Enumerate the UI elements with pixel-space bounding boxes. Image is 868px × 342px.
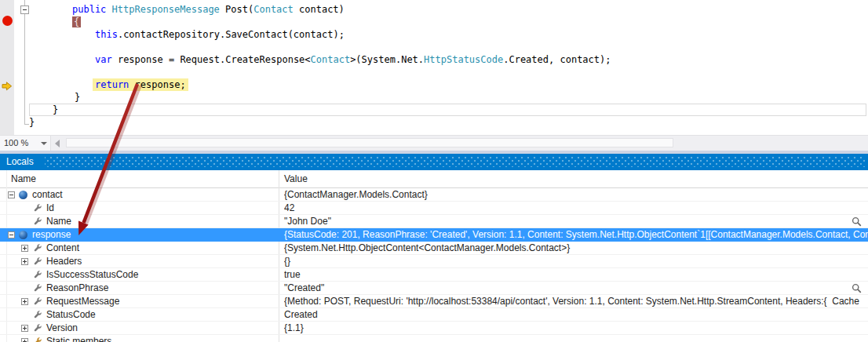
expander-minus-icon[interactable] (8, 191, 15, 198)
row-value[interactable]: Created (284, 308, 868, 321)
wrench-icon (34, 244, 42, 253)
locals-row-issuccessstatuscode[interactable]: IsSuccessStatusCodetrue (0, 268, 868, 282)
editor-bottom-bar: 100 % (0, 135, 868, 151)
code-token: } (75, 92, 80, 103)
code-token: >(System.Net. (350, 54, 424, 65)
object-icon (19, 231, 27, 239)
code-line: this.contactRepository.SaveContact(conta… (95, 28, 345, 41)
current-line-box (29, 104, 866, 116)
code-token: Post( (220, 4, 253, 15)
row-value[interactable]: {System.Net.Http.ObjectContent<ContactMa… (284, 242, 868, 254)
scroll-left-button[interactable] (55, 140, 60, 147)
column-header-name: Name (11, 170, 36, 187)
wrench-icon (34, 204, 42, 213)
grid-header: Name Value (0, 170, 868, 188)
wrench-icon (34, 284, 42, 293)
hscrollbar-thumb[interactable] (66, 138, 673, 147)
wrench-icon (34, 271, 42, 279)
code-token: var (95, 54, 112, 65)
wrench-icon (34, 217, 42, 226)
code-line: public HttpResponseMessage Post(Contact … (72, 3, 345, 16)
row-value[interactable]: {} (284, 255, 868, 267)
locals-title: Locals (6, 154, 34, 170)
row-name: RequestMessage (46, 295, 119, 307)
row-name: response (32, 228, 71, 241)
breakpoint-icon[interactable] (2, 16, 13, 26)
locals-row-requestmessage[interactable]: RequestMessage{Method: POST, RequestUri:… (0, 295, 868, 308)
static-icon (34, 337, 42, 342)
locals-row-version[interactable]: Version{1.1} (0, 322, 868, 335)
locals-rows: contact{ContactManager.Models.Contact}Id… (0, 188, 868, 342)
code-line: } (53, 104, 58, 116)
row-name: StatusCode (46, 308, 96, 321)
row-name: Headers (46, 255, 82, 267)
row-name: contact (32, 188, 63, 201)
wrench-icon (34, 324, 42, 333)
zoom-value: 100 % (4, 136, 28, 151)
row-value[interactable]: true (284, 268, 868, 281)
wrench-icon (34, 257, 42, 266)
row-value[interactable]: 42 (284, 202, 868, 214)
titlebar-grip-dots (45, 157, 865, 167)
code-token: this (95, 29, 118, 40)
code-line: return response; (93, 78, 188, 91)
row-name: Static members (46, 335, 111, 342)
vs-debug-view: public HttpResponseMessage Post(Contact … (0, 0, 868, 342)
row-value[interactable]: {1.1} (284, 322, 868, 334)
code-editor[interactable]: public HttpResponseMessage Post(Contact … (0, 0, 868, 135)
chevron-down-icon (41, 142, 47, 145)
locals-row-headers[interactable]: Headers{} (0, 255, 868, 268)
expander-plus-icon[interactable] (21, 245, 28, 252)
locals-titlebar[interactable]: Locals (0, 154, 868, 170)
locals-row-name[interactable]: Name"John Doe" (0, 215, 868, 228)
row-name: IsSuccessStatusCode (46, 268, 138, 281)
code-token: .Created, contact); (503, 54, 611, 65)
current-statement-arrow-icon[interactable] (2, 80, 13, 94)
row-name: Name (46, 215, 71, 227)
fold-collapse-icon[interactable] (20, 5, 29, 14)
row-value[interactable]: {Method: POST, RequestUri: 'http://local… (284, 295, 868, 307)
row-name: Content (46, 242, 79, 254)
row-value[interactable]: "Created" (284, 282, 868, 294)
expander-plus-icon[interactable] (21, 338, 28, 342)
code-token: HttpStatusCode (424, 54, 503, 65)
locals-window: Locals Name Value contact{ContactManager… (0, 154, 868, 342)
locals-row-statuscode[interactable]: StatusCodeCreated (0, 308, 868, 322)
row-name: Version (46, 322, 78, 334)
code-token: .contactRepository.SaveContact(contact); (118, 29, 345, 40)
locals-row-content[interactable]: Content{System.Net.Http.ObjectContent<Co… (0, 242, 868, 255)
code-token: response = Request.CreateResponse< (112, 54, 311, 65)
code-line: } (29, 116, 35, 129)
row-name: ReasonPhrase (46, 282, 108, 294)
code-token: } (53, 104, 58, 115)
row-value[interactable]: "John Doe" (284, 215, 868, 227)
locals-row-response[interactable]: response{StatusCode: 201, ReasonPhrase: … (0, 228, 868, 242)
locals-row-id[interactable]: Id42 (0, 202, 868, 215)
expander-plus-icon[interactable] (21, 325, 28, 332)
locals-row-static-members[interactable]: Static members (0, 335, 868, 342)
magnifier-icon[interactable] (852, 216, 862, 229)
locals-row-contact[interactable]: contact{ContactManager.Models.Contact} (0, 188, 868, 202)
row-value[interactable]: {ContactManager.Models.Contact} (284, 188, 868, 201)
expander-plus-icon[interactable] (21, 298, 28, 305)
code-line: { (72, 16, 81, 28)
row-value[interactable]: {StatusCode: 201, ReasonPhrase: 'Created… (284, 228, 868, 241)
expander-plus-icon[interactable] (21, 258, 28, 265)
code-line: var response = Request.CreateResponse<Co… (95, 53, 611, 66)
code-token: HttpResponseMessage (112, 4, 220, 15)
code-token: contact) (294, 4, 345, 15)
expander-minus-icon[interactable] (8, 231, 15, 238)
zoom-select[interactable]: 100 % (0, 136, 51, 151)
code-token: { (72, 16, 81, 27)
magnifier-icon[interactable] (852, 283, 862, 296)
code-line: } (75, 91, 80, 104)
column-header-value: Value (284, 170, 308, 187)
code-token: Contact (253, 4, 294, 15)
code-token: } (29, 117, 35, 128)
locals-row-reasonphrase[interactable]: ReasonPhrase"Created" (0, 282, 868, 295)
object-icon (19, 191, 27, 199)
code-token: return (95, 79, 129, 90)
code-token: public (72, 4, 112, 15)
code-token: Contact (311, 54, 351, 65)
wrench-icon (34, 297, 42, 306)
